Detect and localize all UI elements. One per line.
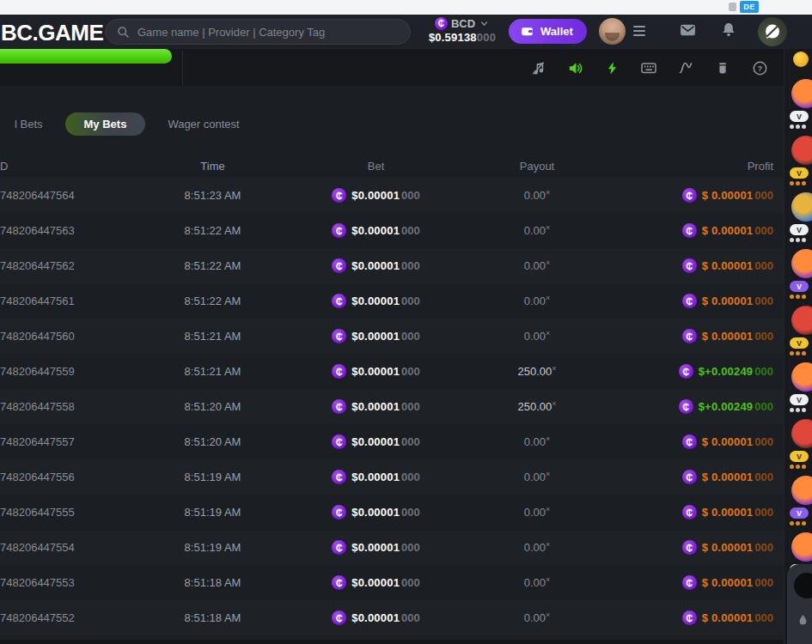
table-row[interactable]: 7482064475588:51:20 AM₵$0.00001000250.00…: [0, 389, 784, 424]
top-nav: BC.GAME Game name | Provider | Category …: [0, 15, 812, 49]
table-row[interactable]: 7482064475538:51:18 AM₵$0.000010000.00×₵…: [0, 565, 784, 600]
bet-payout: 0.00×: [447, 540, 627, 554]
bet-time: 8:51:18 AM: [120, 576, 305, 589]
table-row[interactable]: 7482064475608:51:21 AM₵$0.000010000.00×₵…: [0, 319, 784, 354]
search-icon: [116, 25, 131, 39]
bcd-coin-icon: ₵: [332, 540, 346, 555]
bcd-coin-icon: ₵: [332, 294, 346, 308]
chat-avatar[interactable]: [793, 52, 809, 67]
bet-time: 8:51:22 AM: [120, 224, 305, 237]
bet-amount: ₵$0.00001000: [305, 294, 447, 308]
bet-amount: ₵$0.00001000: [305, 611, 447, 625]
bet-time: 8:51:20 AM: [120, 435, 305, 448]
bcd-coin-icon: ₵: [682, 575, 697, 590]
chat-text-dots: [790, 408, 806, 412]
vip-badge: V: [790, 167, 809, 179]
chat-toggle-button[interactable]: [758, 17, 787, 46]
currency-selector[interactable]: ₵ BCD $0.59138000: [423, 16, 502, 44]
extension-icon[interactable]: [729, 3, 736, 11]
search-input[interactable]: Game name | Provider | Category Tag: [105, 19, 411, 45]
tab-l-bets[interactable]: l Bets: [3, 112, 55, 136]
table-row[interactable]: 7482064475638:51:22 AM₵$0.000010000.00×₵…: [0, 213, 784, 248]
chat-avatar[interactable]: [791, 532, 812, 562]
table-row[interactable]: 7482064475598:51:21 AM₵$0.00001000250.00…: [0, 354, 784, 389]
table-row[interactable]: 7482064475618:51:22 AM₵$0.000010000.00×₵…: [0, 283, 784, 319]
menu-icon[interactable]: [633, 26, 645, 39]
chat-text-dots: [790, 465, 806, 469]
bcd-coin-icon: ₵: [679, 364, 693, 379]
bcd-coin-icon: ₵: [332, 470, 346, 484]
chat-avatar[interactable]: [791, 192, 812, 222]
chat-avatar[interactable]: [791, 476, 812, 505]
chat-user-panel[interactable]: [787, 564, 812, 644]
tab-my-bets[interactable]: My Bets: [65, 112, 146, 136]
music-off-icon[interactable]: [529, 59, 546, 76]
bet-payout: 0.00×: [447, 329, 627, 343]
bet-profit: ₵$ 0.00001000: [627, 470, 784, 484]
table-row[interactable]: 7482064475558:51:19 AM₵$0.000010000.00×₵…: [0, 495, 784, 530]
bcd-coin-icon: ₵: [682, 258, 697, 273]
bet-amount: ₵$0.00001000: [305, 399, 447, 414]
chat-avatar-placeholder: [794, 573, 812, 598]
table-row[interactable]: 7482064475628:51:22 AM₵$0.000010000.00×₵…: [0, 248, 784, 283]
game-toolbar: ?: [529, 54, 768, 82]
mail-icon[interactable]: [679, 21, 697, 39]
chat-avatar[interactable]: [791, 136, 812, 165]
bcd-coin-icon: ₵: [332, 364, 346, 379]
translate-extension-badge[interactable]: DE: [740, 1, 759, 13]
bet-id: 748206447553: [0, 576, 120, 589]
hotkeys-icon[interactable]: [640, 59, 657, 76]
bet-payout: 0.00×: [447, 188, 627, 202]
bet-time: 8:51:19 AM: [120, 471, 305, 483]
bet-time: 8:51:21 AM: [120, 365, 305, 378]
chat-text-dots: [790, 181, 806, 185]
divider: [0, 640, 784, 644]
sound-icon[interactable]: [566, 59, 583, 76]
table-row[interactable]: 7482064475528:51:18 AM₵$0.000010000.00×₵…: [0, 600, 784, 635]
jar-icon[interactable]: [714, 59, 731, 76]
turbo-icon[interactable]: [603, 59, 620, 76]
help-icon[interactable]: ?: [751, 59, 768, 76]
bet-payout: 0.00×: [447, 434, 627, 448]
chat-avatar[interactable]: [791, 362, 812, 392]
trends-icon[interactable]: [677, 59, 694, 76]
table-row[interactable]: 7482064475568:51:19 AM₵$0.000010000.00×₵…: [0, 459, 784, 495]
bets-panel: l BetsMy BetsWager contest D Time Bet Pa…: [0, 86, 784, 644]
tab-wager-contest[interactable]: Wager contest: [156, 112, 251, 136]
bet-id: 748206447556: [0, 471, 120, 483]
search-placeholder: Game name | Provider | Category Tag: [137, 26, 325, 39]
bet-amount: ₵$0.00001000: [305, 188, 447, 203]
chat-avatar[interactable]: [791, 249, 812, 278]
chat-avatar[interactable]: [791, 79, 812, 108]
col-header-payout: Payout: [447, 160, 627, 173]
rain-icon[interactable]: [797, 613, 809, 626]
chevron-down-icon: [479, 18, 490, 29]
bcd-coin-icon: ₵: [332, 434, 346, 449]
bcd-coin-icon: ₵: [682, 470, 697, 484]
bcd-coin-icon: ₵: [682, 540, 697, 555]
browser-toolbar: DE: [0, 0, 812, 15]
bet-id: 748206447560: [0, 330, 120, 343]
bcd-coin-icon: ₵: [332, 611, 346, 625]
bcd-coin-icon: ₵: [332, 188, 346, 203]
col-header-profit: Profit: [627, 160, 784, 173]
chat-avatar[interactable]: [791, 419, 812, 448]
logo[interactable]: BC.GAME: [1, 20, 103, 46]
vip-badge: V: [790, 224, 809, 235]
chat-sidebar[interactable]: VVVVVVVVV: [784, 49, 812, 644]
user-avatar[interactable]: [599, 18, 626, 45]
bet-payout: 0.00×: [447, 258, 627, 272]
chat-avatar[interactable]: [791, 306, 812, 335]
bet-profit: ₵$ 0.00001000: [627, 188, 784, 203]
wallet-button[interactable]: Wallet: [509, 19, 587, 44]
table-row[interactable]: 7482064475548:51:19 AM₵$0.000010000.00×₵…: [0, 530, 784, 565]
bet-time: 8:51:20 AM: [120, 400, 305, 413]
table-row[interactable]: 7482064475648:51:23 AM₵$0.000010000.00×₵…: [0, 178, 784, 213]
bcd-coin-icon: ₵: [682, 188, 697, 203]
table-row[interactable]: 7482064475578:51:20 AM₵$0.000010000.00×₵…: [0, 424, 784, 459]
chat-text-dots: [790, 351, 806, 355]
notifications-icon[interactable]: [720, 21, 737, 39]
wallet-button-label: Wallet: [540, 25, 573, 38]
chat-text-dots: [790, 238, 806, 242]
bcd-coin-icon: ₵: [682, 223, 697, 238]
